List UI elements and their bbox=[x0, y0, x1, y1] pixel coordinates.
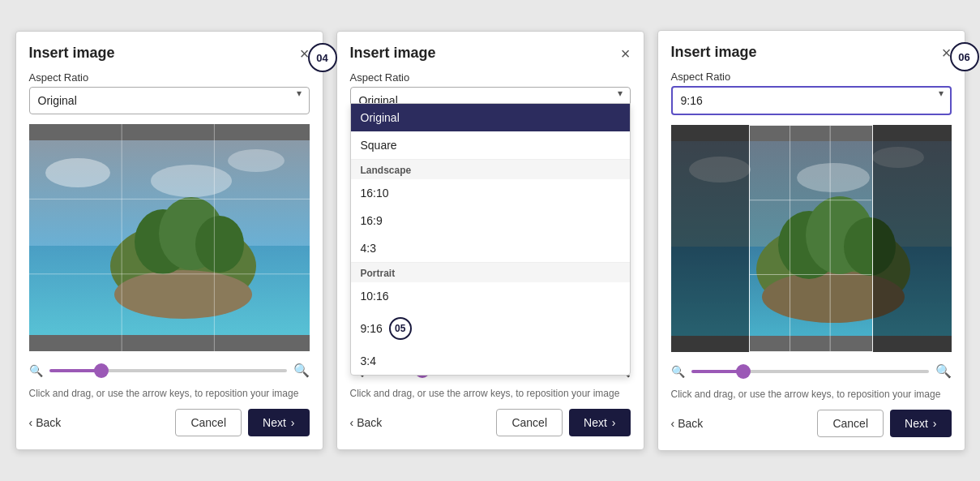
dialog-3-image-area[interactable] bbox=[671, 125, 952, 352]
dropdown-group-landscape: Landscape bbox=[351, 159, 630, 179]
dialog-1-footer: ‹ Back Cancel Next › bbox=[29, 409, 310, 436]
dialog-2-next-button[interactable]: Next › bbox=[569, 409, 630, 436]
dialog-1-next-button[interactable]: Next › bbox=[248, 409, 309, 436]
dialog-3-aspect-ratio-wrapper: Aspect Ratio Original Square 16:10 16:9 … bbox=[671, 71, 952, 115]
dropdown-group-portrait: Portrait bbox=[351, 262, 630, 282]
dialog-1-footer-right: Cancel Next › bbox=[175, 409, 309, 436]
dialog-3-header: Insert image × bbox=[671, 44, 952, 61]
svg-rect-0 bbox=[29, 124, 310, 140]
dialog-3-back-button[interactable]: ‹ Back bbox=[671, 417, 704, 430]
dialog-3-crop-right-shadow bbox=[873, 125, 952, 352]
dialog-1-zoom-slider[interactable] bbox=[49, 369, 287, 372]
dialog-1-zoom-in-icon: 🔍 bbox=[293, 363, 310, 378]
dialog-2-next-label: Next bbox=[584, 416, 607, 429]
dialog-3-step-badge: 06 bbox=[950, 42, 979, 71]
dialog-3-crop-left-shadow bbox=[671, 125, 750, 352]
dialog-3-title: Insert image bbox=[671, 44, 757, 61]
dialog-3-back-arrow-icon: ‹ bbox=[671, 417, 675, 430]
dialog-2-cancel-button[interactable]: Cancel bbox=[496, 409, 563, 436]
dialog-2-title: Insert image bbox=[350, 45, 436, 62]
dialog-1-zoom-row: 🔍 🔍 bbox=[29, 359, 310, 384]
dropdown-item-original[interactable]: Original bbox=[351, 104, 630, 131]
svg-point-31 bbox=[797, 163, 870, 192]
dialog-3-aspect-ratio-label: Aspect Ratio bbox=[671, 71, 952, 83]
dialog-1-back-arrow-icon: ‹ bbox=[29, 416, 33, 429]
dialog-1-aspect-ratio-select[interactable]: Original Square 16:10 16:9 4:3 10:16 9:1… bbox=[29, 87, 310, 114]
dialog-1-next-label: Next bbox=[263, 416, 286, 429]
dialog-3-next-button[interactable]: Next › bbox=[890, 410, 951, 437]
dialog-1-zoom-out-icon: 🔍 bbox=[29, 364, 43, 377]
dialog-2-dropdown-overlay[interactable]: Original Square Landscape 16:10 16:9 4:3… bbox=[350, 103, 631, 376]
svg-point-8 bbox=[114, 270, 252, 319]
dialog-3-next-label: Next bbox=[905, 417, 928, 430]
dialog-3-hint: Click and drag, or use the arrow keys, t… bbox=[671, 389, 952, 400]
dialog-2-next-arrow-icon: › bbox=[612, 416, 616, 429]
svg-point-11 bbox=[195, 216, 244, 273]
dialog-1: Insert image × Aspect Ratio Original Squ… bbox=[15, 31, 323, 450]
svg-rect-6 bbox=[29, 335, 310, 351]
dialog-3-footer-right: Cancel Next › bbox=[817, 410, 951, 437]
dialog-3-zoom-out-icon: 🔍 bbox=[671, 365, 685, 378]
dialog-2-back-label: Back bbox=[357, 416, 382, 429]
dialog-2: Insert image × Aspect Ratio Original Squ… bbox=[336, 31, 644, 450]
dialog-3-footer: ‹ Back Cancel Next › bbox=[671, 410, 952, 437]
dropdown-item-square[interactable]: Square bbox=[351, 131, 630, 159]
dialog-1-next-arrow-icon: › bbox=[291, 416, 295, 429]
svg-point-3 bbox=[228, 149, 285, 172]
dropdown-item-16-9[interactable]: 16:9 bbox=[351, 207, 630, 234]
dialog-1-island-svg bbox=[29, 124, 310, 351]
dialog-3-next-arrow-icon: › bbox=[933, 417, 937, 430]
dropdown-item-4-3[interactable]: 4:3 bbox=[351, 234, 630, 262]
dialog-3-back-label: Back bbox=[678, 417, 703, 430]
dropdown-item-16-10[interactable]: 16:10 bbox=[351, 179, 630, 207]
dialog-1-image-area[interactable] bbox=[29, 124, 310, 351]
dialog-1-scene bbox=[29, 124, 310, 351]
dialog-2-footer-right: Cancel Next › bbox=[496, 409, 630, 436]
dropdown-item-9-16[interactable]: 9:16 05 bbox=[351, 310, 630, 347]
dialog-3: Insert image × Aspect Ratio Original Squ… bbox=[657, 30, 965, 451]
dialog-2-header: Insert image × bbox=[350, 45, 631, 62]
dialog-3-zoom-slider[interactable] bbox=[691, 370, 929, 373]
dialog-2-footer: ‹ Back Cancel Next › bbox=[350, 409, 631, 436]
dialog-1-cancel-button[interactable]: Cancel bbox=[175, 409, 242, 436]
dialog-2-close-button[interactable]: × bbox=[621, 45, 631, 62]
dialog-1-back-label: Back bbox=[36, 416, 61, 429]
dropdown-item-3-4[interactable]: 3:4 bbox=[351, 347, 630, 375]
dropdown-item-10-16[interactable]: 10:16 bbox=[351, 282, 630, 310]
dialog-3-zoom-in-icon: 🔍 bbox=[935, 363, 952, 379]
dialog-2-hint: Click and drag, or use the arrow keys, t… bbox=[350, 388, 631, 399]
svg-point-4 bbox=[151, 165, 232, 197]
dialog-1-aspect-ratio-label: Aspect Ratio bbox=[29, 71, 310, 84]
dialog-2-back-arrow-icon: ‹ bbox=[350, 416, 354, 429]
dialog-1-hint: Click and drag, or use the arrow keys, t… bbox=[29, 388, 310, 399]
dialog-1-aspect-ratio-wrapper: Aspect Ratio Original Square 16:10 16:9 … bbox=[29, 71, 310, 114]
dialog-1-back-button[interactable]: ‹ Back bbox=[29, 416, 62, 429]
dialog-1-header: Insert image × bbox=[29, 45, 310, 62]
dialog-3-cancel-button[interactable]: Cancel bbox=[817, 410, 884, 437]
dialog-1-step-badge: 04 bbox=[308, 43, 337, 72]
dialog-3-aspect-ratio-select[interactable]: Original Square 16:10 16:9 4:3 10:16 9:1… bbox=[671, 86, 952, 115]
dialog-2-aspect-ratio-label: Aspect Ratio bbox=[350, 71, 631, 84]
dialog-1-title: Insert image bbox=[29, 45, 115, 62]
dialog-2-back-button[interactable]: ‹ Back bbox=[350, 416, 383, 429]
dialog-3-zoom-row: 🔍 🔍 bbox=[671, 360, 952, 385]
svg-point-2 bbox=[45, 158, 110, 187]
dialog-2-step-badge: 05 bbox=[389, 317, 412, 340]
